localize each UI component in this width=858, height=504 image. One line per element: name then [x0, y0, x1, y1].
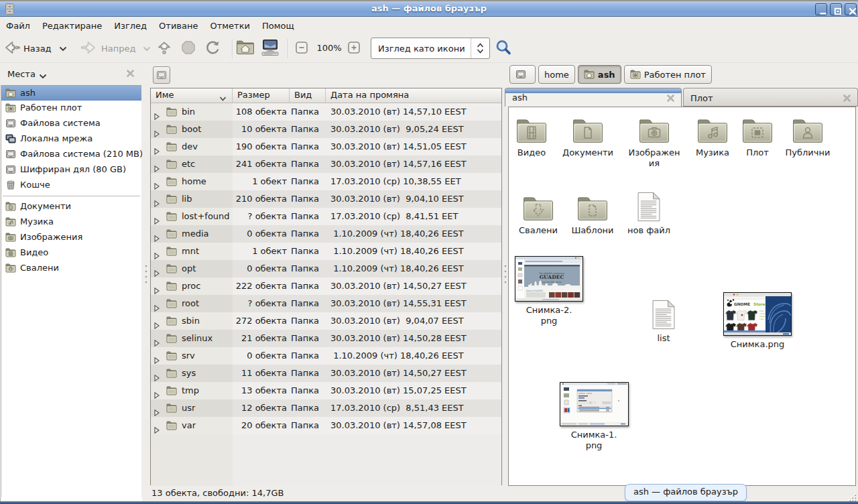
icon-view[interactable]: Видео Документи Изображен ия Музика Плот…: [508, 107, 856, 486]
pane-splitter[interactable]: [142, 63, 149, 501]
places-item[interactable]: ash: [1, 85, 141, 101]
tree-row[interactable]: lib 210 обекта Папка 30.03.2010 (вт) 9,0…: [151, 190, 501, 208]
file-item[interactable]: The GNOME conference GUADEC July 24-30th…: [512, 256, 586, 326]
menu-item[interactable]: Помощ: [256, 19, 300, 34]
places-item[interactable]: Файлова система (210 MB): [1, 147, 141, 162]
expander-icon[interactable]: [154, 265, 160, 277]
file-item[interactable]: нов файл: [617, 192, 681, 236]
tree-row[interactable]: home 1 обект Папка 17.03.2010 (ср) 10,38…: [151, 173, 501, 190]
sidebar-close-icon[interactable]: [126, 69, 137, 80]
minimize-button[interactable]: [815, 3, 827, 15]
expander-icon[interactable]: [154, 213, 160, 225]
tree-row[interactable]: var 20 обекта Папка 30.03.2010 (вт) 14,5…: [151, 417, 501, 434]
sidebar-title-dropdown-icon[interactable]: [39, 71, 47, 81]
reload-button[interactable]: [204, 38, 221, 60]
places-item[interactable]: Файлова система: [1, 116, 141, 131]
menu-item[interactable]: Отметки: [204, 19, 255, 34]
tab-close-icon[interactable]: [843, 94, 851, 105]
expander-icon[interactable]: [154, 422, 160, 434]
menu-item[interactable]: Файл: [0, 19, 36, 34]
file-item[interactable]: Публични: [776, 114, 840, 158]
tree-row[interactable]: selinux 21 обекта Папка 30.03.2010 (вт) …: [151, 330, 501, 347]
places-item[interactable]: Локална мрежа: [1, 131, 141, 147]
expander-icon[interactable]: [154, 231, 160, 243]
tree-row[interactable]: opt 0 обекта Папка 1.10.2009 (чт) 18,40,…: [151, 260, 501, 277]
places-item[interactable]: Видео: [1, 245, 141, 261]
path-button[interactable]: ash: [578, 65, 621, 84]
expander-icon[interactable]: [154, 161, 160, 173]
expander-icon[interactable]: [154, 248, 160, 260]
places-item[interactable]: Кошче: [1, 178, 141, 193]
expander-icon[interactable]: [154, 178, 160, 190]
places-item[interactable]: Шифриран дял (80 GB): [1, 162, 141, 178]
expander-icon[interactable]: [154, 196, 160, 208]
location-root-button[interactable]: [153, 66, 170, 84]
file-item[interactable]: Документи: [556, 114, 620, 158]
tab-ash[interactable]: ash: [505, 88, 682, 107]
expander-icon[interactable]: [154, 143, 160, 155]
tree-row[interactable]: dev 190 обекта Папка 30.03.2010 (вт) 14,…: [151, 138, 501, 155]
tree-row[interactable]: mnt 1 обект Папка 1.10.2009 (чт) 18,40,2…: [151, 243, 501, 260]
view-mode-select[interactable]: Изглед като икони: [371, 38, 490, 59]
expander-icon[interactable]: [154, 405, 160, 417]
tree-row[interactable]: media 0 обекта Папка 1.10.2009 (чт) 18,4…: [151, 225, 501, 243]
tree-row[interactable]: srv 0 обекта Папка 1.10.2009 (чт) 18,40,…: [151, 347, 501, 365]
forward-button[interactable]: Напред: [80, 38, 151, 60]
file-item[interactable]: GNOME Store HomeT-shirtsHoodiesCaps Сним…: [721, 292, 794, 350]
column-header-size[interactable]: Размер: [233, 88, 290, 103]
expander-icon[interactable]: [154, 283, 160, 295]
path-button[interactable]: home: [538, 65, 575, 84]
tree-row[interactable]: lost+found ? обекта Папка 17.03.2010 (ср…: [151, 208, 501, 225]
column-header-type[interactable]: Вид: [290, 88, 326, 103]
tree-row[interactable]: sbin 272 обекта Папка 30.03.2010 (вт) 9,…: [151, 312, 501, 330]
expander-icon[interactable]: [154, 126, 160, 138]
zoom-in-button[interactable]: [346, 38, 362, 60]
home-button[interactable]: [236, 38, 255, 60]
up-button[interactable]: [156, 38, 173, 60]
expander-icon[interactable]: [154, 109, 160, 121]
tree-row[interactable]: sys 11 обекта Папка 30.03.2010 (вт) 14,5…: [151, 365, 501, 382]
path-button[interactable]: Работен плот: [624, 65, 712, 84]
menu-item[interactable]: Отиване: [153, 19, 204, 34]
tab-close-icon[interactable]: [666, 94, 675, 105]
expander-icon[interactable]: [154, 335, 160, 347]
places-item[interactable]: Документи: [1, 199, 141, 214]
sidebar-title[interactable]: Места: [7, 69, 36, 79]
menu-item[interactable]: Изглед: [108, 19, 153, 34]
places-item[interactable]: Изображения: [1, 230, 141, 245]
places-item[interactable]: Музика: [1, 214, 141, 230]
tab-plot[interactable]: Плот: [683, 88, 858, 107]
tree-row[interactable]: proc 222 обекта Папка 30.03.2010 (вт) 14…: [151, 277, 501, 295]
back-dropdown-icon[interactable]: [59, 46, 67, 52]
places-item[interactable]: Работен плот: [1, 101, 141, 116]
pane-splitter[interactable]: [503, 63, 507, 501]
tree-row[interactable]: tmp 13 обекта Папка 30.03.2010 (вт) 15,0…: [151, 382, 501, 399]
titlebar[interactable]: ash — файлов браузър: [0, 0, 858, 17]
expander-icon[interactable]: [154, 370, 160, 382]
places-item[interactable]: Свалени: [1, 261, 141, 276]
close-button[interactable]: [845, 3, 857, 15]
tree-row[interactable]: usr 12 обекта Папка 17.03.2010 (ср) 8,51…: [151, 399, 501, 417]
tree-row[interactable]: root ? обекта Папка 30.03.2010 (вт) 14,5…: [151, 295, 501, 312]
search-button[interactable]: [494, 38, 513, 60]
forward-dropdown-icon[interactable]: [143, 46, 151, 52]
file-item[interactable]: list: [631, 300, 696, 344]
menu-item[interactable]: Редактиране: [36, 19, 108, 34]
tree-row[interactable]: bin 108 обекта Папка 30.03.2010 (вт) 14,…: [151, 103, 501, 121]
zoom-out-button[interactable]: [294, 38, 310, 60]
expander-icon[interactable]: [154, 318, 160, 330]
computer-button[interactable]: [260, 38, 280, 60]
expander-icon[interactable]: [154, 300, 160, 312]
back-button[interactable]: Назад: [3, 38, 67, 60]
column-header-date[interactable]: Дата на промяна: [326, 88, 501, 103]
tree-row[interactable]: boot 10 обекта Папка 30.03.2010 (вт) 9,0…: [151, 121, 501, 138]
file-item[interactable]: Изображен ия: [622, 114, 686, 169]
expander-icon[interactable]: [154, 387, 160, 399]
column-header-name[interactable]: Име: [151, 88, 233, 103]
path-button[interactable]: [509, 65, 536, 84]
tree-row[interactable]: etc 241 обекта Папка 30.03.2010 (вт) 14,…: [151, 155, 501, 173]
file-item[interactable]: Снимка-1. png: [557, 382, 631, 451]
maximize-button[interactable]: [830, 3, 842, 15]
stop-button[interactable]: [180, 38, 197, 60]
expander-icon[interactable]: [154, 353, 160, 365]
